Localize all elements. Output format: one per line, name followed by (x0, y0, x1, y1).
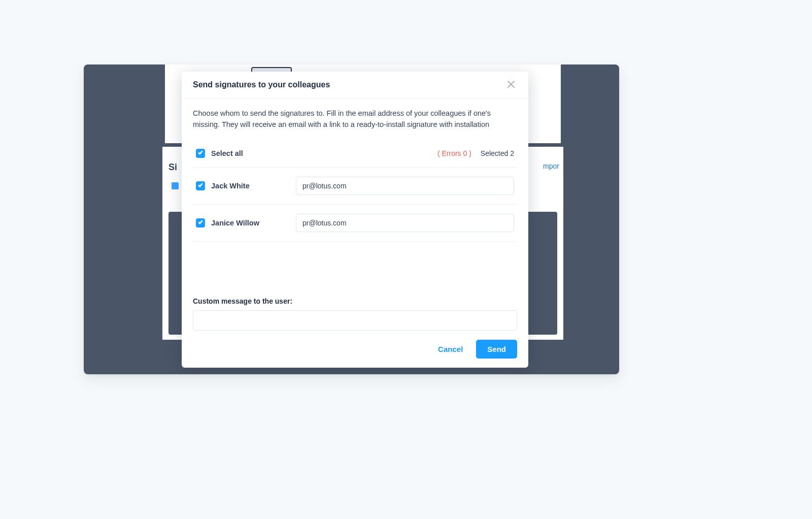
custom-message-label: Custom message to the user: (193, 297, 517, 305)
recipient-row: Jack White (193, 168, 517, 205)
app-window: Si mpor Send signatures to your colleagu… (84, 64, 619, 374)
custom-message-input[interactable] (193, 310, 517, 331)
select-all-row: Select all ( Errors 0 ) Selected 2 (193, 144, 517, 168)
bg-strip-text-left: Si (168, 162, 177, 173)
errors-count: ( Errors 0 ) (437, 149, 471, 157)
select-all-label: Select all (211, 149, 243, 157)
close-button[interactable] (505, 79, 517, 91)
modal-body: Choose whom to send the signatures to. F… (182, 99, 528, 331)
recipient-name: Jack White (211, 182, 290, 190)
bg-strip-badge (172, 182, 179, 189)
modal-title: Send signatures to your colleagues (193, 80, 330, 89)
custom-message-block: Custom message to the user: (193, 287, 517, 331)
check-icon (197, 149, 204, 157)
selected-count: Selected 2 (481, 149, 514, 157)
cancel-button[interactable]: Cancel (438, 345, 463, 353)
recipient-email-input[interactable] (296, 177, 514, 195)
check-icon (197, 182, 204, 189)
send-button[interactable]: Send (476, 340, 517, 359)
select-all-left: Select all (196, 149, 437, 158)
modal-header: Send signatures to your colleagues (182, 72, 528, 99)
select-all-checkbox[interactable] (196, 149, 205, 158)
recipient-email-input[interactable] (296, 214, 514, 232)
select-all-right: ( Errors 0 ) Selected 2 (437, 149, 514, 157)
recipient-name: Janice Willow (211, 219, 290, 227)
bg-strip-text-right: mpor (543, 162, 559, 170)
recipient-checkbox[interactable] (196, 218, 205, 228)
check-icon (197, 219, 204, 226)
recipient-row: Janice Willow (193, 205, 517, 242)
send-signatures-modal: Send signatures to your colleagues Choos… (182, 72, 528, 368)
modal-footer: Cancel Send (182, 331, 528, 368)
close-icon (507, 81, 515, 89)
modal-description: Choose whom to send the signatures to. F… (193, 108, 517, 131)
recipient-checkbox[interactable] (196, 181, 205, 190)
